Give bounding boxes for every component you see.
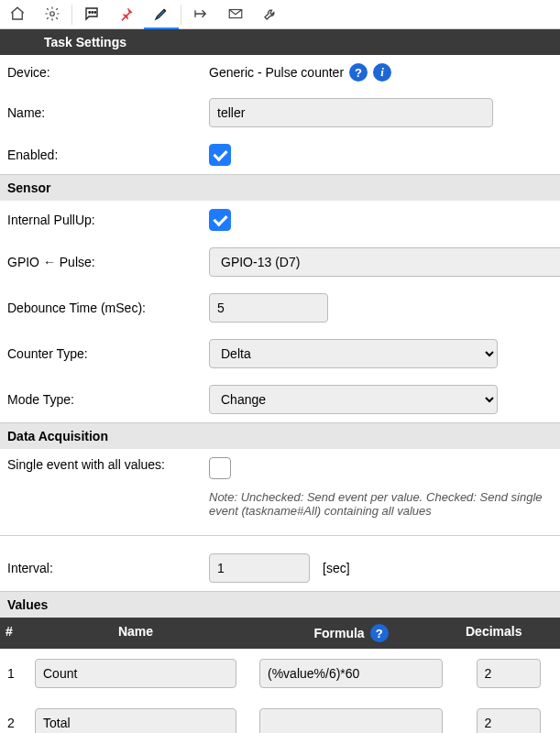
value-name-input[interactable] [35, 708, 236, 733]
gpio-select[interactable]: GPIO-13 (D7) [209, 247, 560, 277]
toolbar-separator [71, 5, 72, 25]
pullup-checkbox[interactable] [209, 209, 231, 231]
values-table-header: # Name Formula ? Decimals [0, 618, 560, 649]
sensor-header: Sensor [0, 174, 560, 201]
svg-point-2 [92, 11, 93, 13]
separator [0, 535, 560, 536]
row-index: 1 [0, 660, 26, 687]
pullup-label: Internal PullUp: [7, 213, 209, 227]
data-acq-header: Data Acquisition [0, 422, 560, 449]
col-name-header: Name [26, 618, 246, 649]
arrow-right-icon[interactable] [183, 0, 218, 29]
svg-point-3 [94, 11, 96, 13]
row-single-event: Single event with all values: Note: Unch… [0, 449, 560, 526]
row-enabled: Enabled: [0, 136, 560, 174]
gpio-label: GPIO ← Pulse: [7, 255, 209, 269]
comment-icon[interactable] [74, 0, 109, 29]
counter-type-label: Counter Type: [7, 346, 209, 361]
row-mode-type: Mode Type: Change [0, 377, 560, 422]
value-decimals-input[interactable] [477, 708, 541, 733]
interval-input[interactable] [209, 553, 310, 583]
svg-point-1 [89, 11, 91, 13]
debounce-input[interactable] [209, 293, 328, 323]
debounce-label: Debounce Time (mSec): [7, 301, 209, 315]
wrench-icon[interactable] [253, 0, 288, 29]
name-input[interactable] [209, 98, 493, 127]
mail-icon[interactable] [218, 0, 253, 29]
value-formula-input[interactable] [259, 708, 443, 733]
pin-icon[interactable] [109, 0, 144, 29]
row-counter-type: Counter Type: Delta [0, 331, 560, 377]
mode-type-label: Mode Type: [7, 392, 209, 407]
col-formula-header: Formula ? [246, 618, 456, 649]
row-device: Device: Generic - Pulse counter ? i [0, 55, 560, 90]
value-name-input[interactable] [35, 659, 236, 688]
top-toolbar [0, 0, 560, 29]
svg-point-0 [50, 11, 55, 16]
enabled-label: Enabled: [7, 148, 209, 162]
interval-unit: [sec] [323, 561, 350, 575]
row-name: Name: [0, 90, 560, 136]
row-gpio: GPIO ← Pulse: GPIO-13 (D7) [0, 239, 560, 285]
single-event-checkbox[interactable] [209, 457, 231, 479]
value-decimals-input[interactable] [477, 659, 541, 688]
mode-type-select[interactable]: Change [209, 385, 498, 414]
table-row: 1 [0, 649, 560, 698]
name-label: Name: [7, 105, 209, 120]
help-icon[interactable]: ? [370, 624, 389, 642]
counter-type-select[interactable]: Delta [209, 339, 498, 368]
values-table-body: 123 [0, 649, 560, 733]
col-idx-header: # [0, 618, 26, 649]
table-row: 2 [0, 698, 560, 733]
row-interval: Interval: [sec] [0, 545, 560, 591]
single-event-note: Note: Unchecked: Send event per value. C… [209, 490, 553, 518]
value-formula-input[interactable] [259, 659, 443, 688]
marker-icon[interactable] [144, 0, 179, 29]
device-value: Generic - Pulse counter [209, 65, 344, 80]
help-icon[interactable]: ? [349, 63, 368, 82]
row-pullup: Internal PullUp: [0, 201, 560, 239]
row-index: 2 [0, 709, 26, 733]
enabled-checkbox[interactable] [209, 144, 231, 166]
single-event-label: Single event with all values: [7, 457, 209, 472]
interval-label: Interval: [7, 561, 209, 575]
page-title: Task Settings [0, 29, 560, 55]
device-label: Device: [7, 65, 209, 80]
home-icon[interactable] [0, 0, 35, 29]
values-header: Values [0, 591, 560, 618]
info-icon[interactable]: i [373, 63, 391, 82]
toolbar-separator [181, 5, 181, 25]
row-debounce: Debounce Time (mSec): [0, 285, 560, 331]
col-decimals-header: Decimals [456, 618, 560, 649]
gear-icon[interactable] [35, 0, 70, 29]
